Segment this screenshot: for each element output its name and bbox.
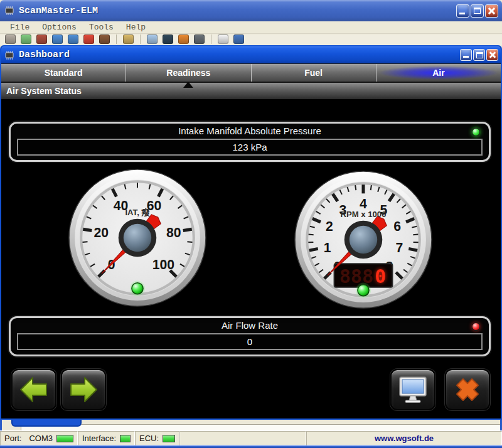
svg-text:6: 6 bbox=[393, 219, 401, 233]
status-port: Port: COM3 bbox=[0, 431, 78, 445]
close-dashboard-button[interactable] bbox=[445, 369, 490, 410]
menu-tools[interactable]: Tools bbox=[84, 23, 119, 32]
arrow-right-icon bbox=[67, 375, 100, 404]
rpm-gauge: 012345678RPM x 10008880 bbox=[294, 170, 433, 309]
status-website: www.wgsoft.de bbox=[306, 431, 502, 445]
toolbar-icon-clipboard[interactable] bbox=[123, 35, 134, 44]
svg-text:4: 4 bbox=[360, 196, 367, 211]
port-value: COM3 bbox=[29, 434, 53, 443]
airflow-status-led bbox=[472, 323, 480, 331]
svg-text:20: 20 bbox=[93, 225, 109, 240]
toolbar-icon-folder-red[interactable] bbox=[36, 35, 47, 44]
prev-page-button[interactable] bbox=[11, 369, 56, 410]
monitor-icon bbox=[397, 375, 429, 404]
window-frame-bottom bbox=[0, 445, 502, 448]
main-maximize-button[interactable] bbox=[471, 4, 484, 18]
main-minimize-button[interactable] bbox=[456, 4, 469, 18]
toolbar-icon-book-blue[interactable] bbox=[233, 35, 244, 44]
main-window-title: ScanMaster-ELM bbox=[19, 6, 98, 16]
svg-text:0: 0 bbox=[375, 265, 386, 287]
menu-help[interactable]: Help bbox=[121, 23, 151, 32]
tab-standard[interactable]: Standard bbox=[1, 64, 126, 82]
dashboard-maximize-button[interactable] bbox=[473, 49, 485, 61]
next-page-button[interactable] bbox=[61, 369, 106, 410]
dashboard-bottom-stub bbox=[11, 420, 82, 427]
readiness-pointer-icon bbox=[183, 82, 193, 88]
toolbar-icon-document-orange[interactable] bbox=[178, 35, 189, 44]
tab-readiness[interactable]: Readiness bbox=[126, 64, 251, 82]
toolbar-separator bbox=[211, 35, 211, 44]
tab-bar: Standard Readiness Fuel Air bbox=[1, 63, 501, 82]
maximize-icon bbox=[474, 8, 481, 14]
toolbar-separator bbox=[140, 35, 141, 44]
dashboard-window: Dashboard Standard Readiness Fuel Air Ai… bbox=[0, 45, 502, 420]
minimize-icon bbox=[463, 56, 469, 58]
imap-status-led bbox=[472, 128, 480, 136]
dashboard-close-button[interactable] bbox=[486, 49, 498, 61]
status-ecu: ECU: bbox=[135, 431, 179, 445]
dashboard-titlebar: Dashboard bbox=[1, 46, 501, 63]
tab-air[interactable]: Air bbox=[376, 64, 501, 82]
svg-text:7: 7 bbox=[396, 240, 403, 255]
ecu-label: ECU: bbox=[139, 434, 159, 443]
orange-x-icon bbox=[452, 375, 483, 405]
iat-gauge: 020406080100IAT, 癈 bbox=[68, 168, 207, 307]
toolbar-icon-printer[interactable] bbox=[5, 35, 16, 44]
menu-file[interactable]: File bbox=[5, 23, 35, 32]
website-link[interactable]: www.wgsoft.de bbox=[375, 434, 434, 443]
toolbar-icon-globe[interactable] bbox=[21, 35, 31, 44]
port-indicator bbox=[56, 435, 73, 442]
dashboard-window-title: Dashboard bbox=[19, 50, 70, 60]
svg-text:888: 888 bbox=[339, 265, 374, 287]
section-title: Air System Status bbox=[6, 86, 82, 96]
toolbar-icon-user[interactable] bbox=[99, 35, 110, 44]
imap-panel: Intake Manifold Absolute Pressure 123 kP… bbox=[9, 122, 491, 162]
status-interface: Interface: bbox=[78, 431, 135, 445]
toolbar bbox=[0, 35, 502, 45]
arrow-left-icon bbox=[18, 375, 50, 404]
toolbar-icon-info[interactable] bbox=[218, 35, 228, 44]
airflow-title: Air Flow Rate bbox=[11, 318, 489, 333]
tab-fuel[interactable]: Fuel bbox=[252, 64, 376, 82]
main-titlebar: ScanMaster-ELM bbox=[0, 0, 502, 21]
menu-options[interactable]: Options bbox=[37, 23, 82, 32]
ecu-indicator bbox=[163, 435, 175, 442]
port-label: Port: bbox=[4, 434, 21, 443]
toolbar-icon-monitor-blue-2[interactable] bbox=[68, 35, 78, 44]
airflow-panel: Air Flow Rate 0 bbox=[9, 316, 491, 356]
dashboard-content: Intake Manifold Absolute Pressure 123 kP… bbox=[1, 99, 501, 419]
interface-label: Interface: bbox=[82, 434, 116, 443]
svg-text:1: 1 bbox=[324, 240, 331, 255]
section-header: Air System Status bbox=[1, 82, 501, 99]
toolbar-icon-chart-window[interactable] bbox=[83, 35, 94, 44]
chip-icon bbox=[4, 51, 15, 60]
toolbar-icon-monitor-blue-1[interactable] bbox=[52, 35, 63, 44]
toolbar-separator bbox=[116, 35, 117, 44]
dashboard-minimize-button[interactable] bbox=[460, 49, 472, 61]
svg-text:80: 80 bbox=[166, 225, 181, 240]
status-bar: Port: COM3 Interface: ECU: www.wgsoft.de bbox=[0, 430, 502, 445]
svg-text:IAT, 癈: IAT, 癈 bbox=[125, 208, 150, 217]
interface-indicator bbox=[120, 435, 131, 442]
toolbar-icon-terminal-dark[interactable] bbox=[163, 35, 173, 44]
toolbar-icon-window-light[interactable] bbox=[147, 35, 158, 44]
main-close-button[interactable] bbox=[485, 4, 498, 18]
toolbar-icon-wheel-gray[interactable] bbox=[194, 35, 205, 44]
menu-bar: File Options Tools Help bbox=[0, 21, 502, 34]
maximize-icon bbox=[476, 52, 483, 58]
minimize-icon bbox=[459, 13, 465, 14]
airflow-value: 0 bbox=[17, 333, 483, 350]
chip-icon bbox=[4, 6, 15, 15]
client-panel-edge bbox=[21, 424, 502, 430]
display-mode-button[interactable] bbox=[390, 369, 435, 410]
svg-text:100: 100 bbox=[152, 257, 174, 272]
svg-text:2: 2 bbox=[326, 219, 333, 233]
imap-value: 123 kPa bbox=[17, 139, 483, 156]
status-empty bbox=[179, 431, 306, 445]
main-window-client-strip bbox=[0, 420, 502, 430]
imap-title: Intake Manifold Absolute Pressure bbox=[11, 124, 489, 139]
